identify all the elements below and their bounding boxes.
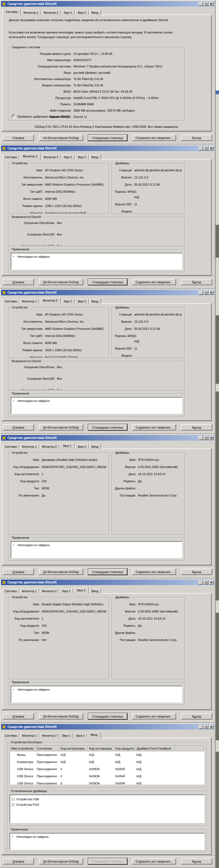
column-header[interactable]: Код поставщика: [88, 746, 114, 751]
tab-0[interactable]: Система: [2, 155, 19, 160]
footer-button-2[interactable]: Следующая страница: [88, 424, 127, 430]
maximize-button[interactable]: ▢: [204, 2, 208, 6]
close-button[interactable]: ✕: [209, 580, 214, 585]
device-row[interactable]: USB DeviceПрисоединено00x09DA0x054FН/Д: [10, 773, 204, 780]
tab-1[interactable]: Монитор 1: [20, 154, 41, 160]
tab-5[interactable]: Ввод: [89, 444, 101, 449]
tab-4[interactable]: Звук 2: [75, 10, 89, 15]
tab-5[interactable]: Ввод: [89, 10, 101, 15]
whql-checkbox[interactable]: ✓: [12, 115, 15, 118]
tab-1[interactable]: Монитор 1: [20, 299, 39, 304]
footer-button-0[interactable]: Справка: [3, 134, 34, 141]
footer-button-4[interactable]: Выход: [181, 279, 212, 285]
tab-5[interactable]: Ввод: [89, 299, 101, 304]
column-header[interactable]: Код контроллера: [60, 746, 88, 751]
footer-button-4[interactable]: Выход: [181, 568, 212, 575]
tab-0[interactable]: Система: [2, 733, 19, 738]
maximize-button[interactable]: ▢: [204, 146, 208, 151]
tab-5[interactable]: Ввод: [87, 732, 101, 738]
footer-button-3[interactable]: Сохранить все сведения...: [132, 858, 176, 864]
tab-2[interactable]: Монитор 2: [41, 155, 61, 160]
tab-0[interactable]: Система: [2, 444, 19, 449]
footer-button-0[interactable]: Справка: [3, 858, 34, 864]
column-header[interactable]: Код продукта: [114, 746, 135, 751]
tab-5[interactable]: Ввод: [89, 155, 101, 160]
footer-button-3[interactable]: Сохранить все сведения...: [132, 568, 176, 575]
tab-3[interactable]: Звук 1: [60, 733, 73, 738]
footer-button-2[interactable]: Следующая страница: [88, 134, 127, 141]
tab-1[interactable]: Монитор 1: [20, 589, 39, 594]
maximize-button[interactable]: ▢: [204, 580, 208, 585]
tab-3[interactable]: Звук 1: [61, 155, 75, 160]
tab-4[interactable]: Звук 2: [75, 444, 89, 449]
minimize-button[interactable]: _: [198, 290, 203, 295]
tab-1[interactable]: Монитор 1: [21, 10, 41, 15]
footer-button-1[interactable]: 64-битная версия DxDiag: [39, 713, 83, 719]
tab-5[interactable]: Ввод: [89, 589, 101, 594]
minimize-button[interactable]: _: [198, 436, 203, 440]
tab-0[interactable]: Система: [2, 9, 21, 16]
close-button[interactable]: ✕: [209, 290, 214, 295]
footer-button-2[interactable]: Следующая страница: [88, 568, 127, 575]
device-row[interactable]: USB DeviceПрисоединено00x09DA0x054FН/Д: [10, 780, 204, 785]
device-row[interactable]: МышьПрисоединеноН/ДН/ДН/ДН/Д: [10, 751, 204, 758]
footer-button-3[interactable]: Сохранить все сведения...: [132, 713, 176, 719]
footer-button-3[interactable]: Сохранить все сведения...: [132, 134, 176, 141]
footer-button-4[interactable]: Выход: [181, 713, 212, 719]
close-button[interactable]: ✕: [209, 436, 214, 440]
footer-button-0[interactable]: Справка: [3, 424, 34, 430]
footer-button-1[interactable]: 64-битная версия DxDiag: [39, 424, 83, 430]
tab-0[interactable]: Система: [2, 589, 19, 594]
minimize-button[interactable]: _: [198, 2, 203, 6]
footer-button-1[interactable]: 64-битная версия DxDiag: [39, 568, 83, 575]
footer-button-0[interactable]: Справка: [3, 713, 34, 719]
minimize-button[interactable]: _: [198, 146, 203, 151]
close-button[interactable]: ✕: [209, 725, 214, 729]
footer-button-4[interactable]: Выход: [181, 424, 212, 430]
device-row[interactable]: USB DeviceПрисоединено00x09DA0x054FН/Д: [10, 766, 204, 773]
footer-button-4[interactable]: Выход: [181, 858, 212, 864]
tab-3[interactable]: Звук 1: [61, 10, 75, 15]
close-button[interactable]: ✕: [209, 146, 214, 151]
page-scrollbar[interactable]: [215, 0, 219, 868]
tree-item[interactable]: +Устройства USB: [11, 797, 204, 802]
tab-1[interactable]: Монитор 1: [20, 444, 39, 449]
footer-button-3[interactable]: Сохранить все сведения...: [132, 279, 176, 285]
footer-button-1[interactable]: 64-битная версия DxDiag: [39, 134, 83, 141]
device-row[interactable]: КлавиатураПрисоединеноН/ДН/ДН/ДН/Д: [10, 758, 204, 766]
maximize-button[interactable]: ▢: [204, 436, 208, 440]
tab-2[interactable]: Монитор 2: [39, 444, 59, 449]
tab-2[interactable]: Монитор 2: [39, 733, 59, 738]
tab-4[interactable]: Звук 2: [75, 299, 89, 304]
minimize-button[interactable]: _: [198, 580, 203, 585]
tab-4[interactable]: Звук 2: [73, 733, 87, 738]
tab-4[interactable]: Звук 2: [75, 155, 89, 160]
footer-button-1[interactable]: 64-битная версия DxDiag: [39, 858, 83, 864]
footer-button-2[interactable]: Следующая страница: [88, 713, 127, 719]
maximize-button[interactable]: ▢: [204, 725, 208, 729]
footer-button-2[interactable]: Следующая страница: [88, 858, 127, 864]
tab-2[interactable]: Монитор 2: [41, 10, 61, 15]
tree-item[interactable]: +Устройства PS/2: [11, 802, 204, 807]
footer-button-4[interactable]: Выход: [181, 134, 212, 141]
expand-icon[interactable]: +: [11, 798, 14, 801]
tab-2[interactable]: Монитор 2: [39, 589, 59, 594]
column-header[interactable]: Состояние: [36, 746, 60, 751]
tab-3[interactable]: Звук 1: [61, 299, 75, 304]
tab-4[interactable]: Звук 2: [73, 588, 89, 594]
maximize-button[interactable]: ▢: [204, 290, 208, 295]
tab-2[interactable]: Монитор 2: [39, 298, 61, 304]
tab-3[interactable]: Звук 1: [60, 589, 73, 594]
tab-1[interactable]: Монитор 1: [20, 733, 39, 738]
minimize-button[interactable]: _: [198, 725, 203, 729]
footer-button-2[interactable]: Следующая страница: [88, 279, 127, 285]
tab-0[interactable]: Система: [2, 299, 19, 304]
footer-button-0[interactable]: Справка: [3, 279, 34, 285]
footer-button-3[interactable]: Сохранить все сведения...: [132, 424, 176, 430]
close-button[interactable]: ✕: [209, 2, 214, 6]
column-header[interactable]: Имя устройства: [10, 746, 36, 751]
column-header[interactable]: Драйвер Force Feedback: [135, 746, 175, 751]
footer-button-0[interactable]: Справка: [3, 568, 34, 575]
expand-icon[interactable]: +: [11, 803, 14, 806]
footer-button-1[interactable]: 64-битная версия DxDiag: [39, 279, 83, 285]
